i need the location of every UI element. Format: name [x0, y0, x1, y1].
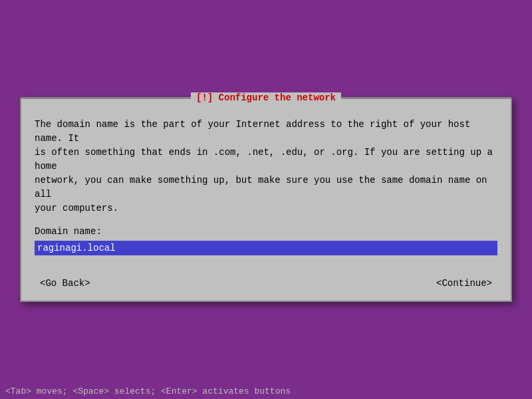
domain-name-label: Domain name:	[35, 226, 497, 237]
continue-button[interactable]: <Continue>	[431, 277, 497, 290]
title-line-left	[21, 97, 191, 98]
description-text: The domain name is the part of your Inte…	[35, 118, 497, 215]
title-line-right	[341, 97, 511, 98]
configure-network-dialog: [!] Configure the network The domain nam…	[20, 98, 512, 302]
go-back-button[interactable]: <Go Back>	[35, 277, 96, 290]
dialog-title: [!] Configure the network	[191, 92, 341, 103]
domain-name-input[interactable]	[35, 241, 497, 255]
buttons-row: <Go Back> <Continue>	[21, 277, 511, 290]
domain-input-container	[35, 241, 497, 255]
status-bar-text: <Tab> moves; <Space> selects; <Enter> ac…	[5, 386, 291, 396]
dialog-content: The domain name is the part of your Inte…	[21, 104, 511, 277]
status-bar: <Tab> moves; <Space> selects; <Enter> ac…	[0, 383, 532, 399]
dialog-title-bar: [!] Configure the network	[21, 92, 511, 103]
